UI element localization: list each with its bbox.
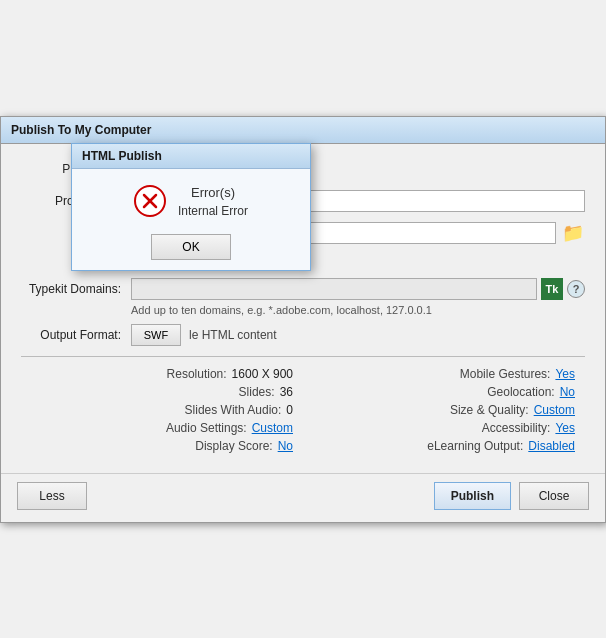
modal-titlebar: HTML Publish	[72, 144, 310, 169]
elearning-row: eLearning Output: Disabled	[303, 439, 585, 453]
audio-settings-row: Audio Settings: Custom	[21, 421, 303, 435]
modal-wrapper: HTML Publish Error(s)	[71, 143, 311, 271]
window-titlebar: Publish To My Computer	[1, 117, 605, 144]
display-score-value[interactable]: No	[278, 439, 293, 453]
stats-grid: Resolution: 1600 X 900 Mobile Gestures: …	[21, 367, 585, 453]
help-icon[interactable]: ?	[567, 280, 585, 298]
geolocation-label: Geolocation:	[487, 385, 554, 399]
slides-audio-row: Slides With Audio: 0	[21, 403, 303, 417]
typekit-hint: Add up to ten domains, e.g. *.adobe.com,…	[21, 304, 585, 316]
elearning-value[interactable]: Disabled	[528, 439, 575, 453]
slides-label: Slides:	[239, 385, 275, 399]
display-score-label: Display Score:	[195, 439, 272, 453]
footer-right-buttons: Publish Close	[434, 482, 589, 510]
resolution-row: Resolution: 1600 X 900	[21, 367, 303, 381]
modal-ok-button[interactable]: OK	[151, 234, 231, 260]
main-window: Publish To My Computer Publish as: HTML5…	[0, 116, 606, 523]
geolocation-value[interactable]: No	[560, 385, 575, 399]
divider	[21, 356, 585, 357]
slides-value: 36	[280, 385, 293, 399]
typekit-label: Typekit Domains:	[21, 282, 121, 296]
output-format-label: Output Format:	[21, 328, 121, 342]
slides-audio-value: 0	[286, 403, 293, 417]
modal-error-detail: Internal Error	[178, 204, 248, 218]
mobile-gestures-row: Mobile Gestures: Yes	[303, 367, 585, 381]
typekit-row: Typekit Domains: Tk ?	[21, 278, 585, 300]
mobile-gestures-label: Mobile Gestures:	[460, 367, 551, 381]
accessibility-value[interactable]: Yes	[555, 421, 575, 435]
mobile-gestures-value[interactable]: Yes	[555, 367, 575, 381]
modal-dialog: HTML Publish Error(s)	[71, 143, 311, 271]
less-button[interactable]: Less	[17, 482, 87, 510]
size-quality-row: Size & Quality: Custom	[303, 403, 585, 417]
slides-audio-label: Slides With Audio:	[185, 403, 282, 417]
geolocation-row: Geolocation: No	[303, 385, 585, 399]
modal-error-title: Error(s)	[191, 185, 235, 200]
elearning-label: eLearning Output:	[427, 439, 523, 453]
audio-settings-value[interactable]: Custom	[252, 421, 293, 435]
window-body: Publish as: HTML5 / SWF Project Title: L…	[1, 144, 605, 473]
output-format-row: Output Format: SWF le HTML content	[21, 324, 585, 346]
x-icon	[141, 192, 159, 210]
resolution-value: 1600 X 900	[232, 367, 293, 381]
swf-button[interactable]: SWF	[131, 324, 181, 346]
modal-title: HTML Publish	[82, 149, 162, 163]
audio-settings-label: Audio Settings:	[166, 421, 247, 435]
typekit-input[interactable]	[131, 278, 537, 300]
close-button[interactable]: Close	[519, 482, 589, 510]
folder-icon[interactable]: 📁	[561, 222, 585, 244]
slides-row: Slides: 36	[21, 385, 303, 399]
modal-content-row: Error(s) Internal Error	[134, 185, 248, 218]
accessibility-label: Accessibility:	[482, 421, 551, 435]
size-quality-value[interactable]: Custom	[534, 403, 575, 417]
tk-badge: Tk	[541, 278, 563, 300]
modal-body: Error(s) Internal Error OK	[72, 169, 310, 270]
window-title: Publish To My Computer	[11, 123, 151, 137]
error-icon	[134, 185, 166, 217]
resolution-label: Resolution:	[167, 367, 227, 381]
publish-button[interactable]: Publish	[434, 482, 511, 510]
output-html-text: le HTML content	[189, 328, 277, 342]
size-quality-label: Size & Quality:	[450, 403, 529, 417]
accessibility-row: Accessibility: Yes	[303, 421, 585, 435]
display-score-row: Display Score: No	[21, 439, 303, 453]
modal-messages: Error(s) Internal Error	[178, 185, 248, 218]
window-footer: Less Publish Close	[1, 473, 605, 522]
